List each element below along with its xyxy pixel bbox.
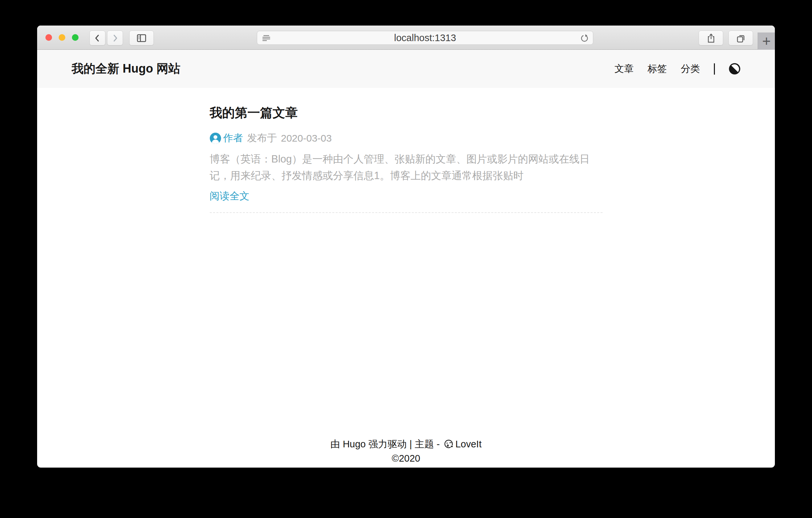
post-title-link[interactable]: 我的第一篇文章	[210, 105, 603, 121]
forward-button[interactable]	[107, 30, 123, 46]
post-published-label: 发布于	[247, 131, 277, 145]
post-summary: 博客（英语：Blog）是一种由个人管理、张贴新的文章、图片或影片的网站或在线日记…	[210, 151, 603, 184]
post-meta: 作者 发布于 2020-03-03	[210, 131, 603, 145]
zoom-window-button[interactable]	[72, 34, 79, 41]
reader-mode-icon[interactable]	[262, 34, 271, 42]
nav-link-categories[interactable]: 分类	[681, 62, 700, 76]
sidebar-icon	[137, 33, 146, 43]
main-content: 我的第一篇文章 作者 发布于 2020-03-03 博客（英语：	[37, 105, 775, 213]
nav-link-tags[interactable]: 标签	[648, 62, 667, 76]
post-author-link[interactable]: 作者	[223, 131, 243, 145]
footer-middle: 强力驱动 | 主题 -	[366, 439, 442, 449]
sidebar-toggle-button[interactable]	[129, 30, 154, 46]
browser-toolbar: localhost:1313	[37, 26, 775, 50]
share-button[interactable]	[699, 30, 723, 46]
close-window-button[interactable]	[46, 34, 52, 41]
read-more-link[interactable]: 阅读全文	[210, 189, 250, 203]
page-footer: 由 Hugo 强力驱动 | 主题 - LoveIt ©2020	[37, 437, 775, 466]
site-nav: 文章 标签 分类	[614, 62, 741, 76]
traffic-lights	[46, 34, 79, 41]
post-date: 2020-03-03	[281, 133, 332, 144]
footer-prefix: 由	[330, 439, 343, 449]
kiss-wink-heart-icon	[444, 439, 454, 449]
new-tab-button[interactable]: +	[758, 32, 775, 50]
footer-copyright: ©2020	[37, 451, 775, 466]
footer-powered-line: 由 Hugo 强力驱动 | 主题 - LoveIt	[37, 437, 775, 451]
site-title-link[interactable]: 我的全新 Hugo 网站	[71, 61, 180, 77]
show-all-tabs-button[interactable]	[728, 30, 753, 46]
chevron-left-icon	[93, 34, 102, 43]
theme-toggle-icon[interactable]	[729, 63, 741, 75]
share-icon	[706, 33, 716, 43]
reload-icon[interactable]	[580, 34, 589, 43]
plus-icon: +	[762, 34, 771, 48]
hugo-link[interactable]: Hugo	[343, 439, 366, 449]
minimize-window-button[interactable]	[59, 34, 65, 41]
theme-link[interactable]: LoveIt	[455, 439, 482, 449]
chevron-right-icon	[111, 34, 119, 43]
site-header: 我的全新 Hugo 网站 文章 标签 分类	[37, 50, 775, 88]
nav-link-posts[interactable]: 文章	[614, 62, 634, 76]
tabs-icon	[736, 33, 745, 43]
address-bar[interactable]: localhost:1313	[257, 31, 593, 45]
post-divider	[210, 212, 603, 213]
url-text: localhost:1313	[394, 32, 456, 44]
back-button[interactable]	[89, 30, 106, 46]
safari-window: localhost:1313	[37, 26, 775, 468]
nav-separator	[714, 63, 715, 75]
user-circle-icon	[210, 133, 221, 144]
